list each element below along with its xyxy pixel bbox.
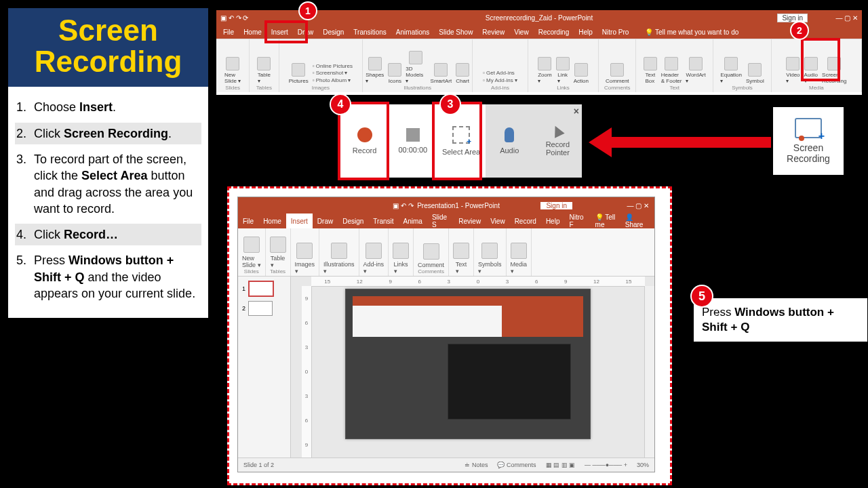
- ribbon-tab[interactable]: Help: [578, 28, 593, 36]
- mini-tab[interactable]: Transit: [368, 214, 398, 228]
- ribbon-item[interactable]: Video▾: [786, 53, 800, 84]
- ribbon-item[interactable]: Pictures: [289, 59, 309, 84]
- ribbon-item[interactable]: Header& Footer: [661, 53, 682, 84]
- mini-ribbon-tabs[interactable]: FileHomeInsertDrawDesignTransitAnimaSlid…: [238, 214, 654, 228]
- highlight-screen-recording: [801, 38, 840, 81]
- ribbon-tab[interactable]: Design: [323, 28, 344, 36]
- timer-value: 00:00:00: [398, 146, 427, 154]
- mini-tell-me[interactable]: 💡 Tell me: [591, 214, 625, 228]
- pointer-label: Record Pointer: [534, 140, 582, 157]
- ribbon-tab[interactable]: Transitions: [353, 28, 387, 36]
- mini-ribbon-group[interactable]: Images▾: [291, 228, 320, 276]
- tutorial-title: Screen Recording: [8, 8, 208, 87]
- ribbon-item[interactable]: TextBox: [644, 53, 657, 84]
- mini-ribbon: NewSlide ▾SlidesTable▾TablesImages▾Illus…: [238, 228, 654, 277]
- mini-ribbon-group[interactable]: Illustrations▾: [319, 228, 359, 276]
- mini-tab[interactable]: Anima: [399, 214, 427, 228]
- mini-canvas: 151296303691215 9630369: [291, 277, 654, 458]
- mini-tab[interactable]: Nitro F: [564, 214, 590, 228]
- window-controls[interactable]: — ▢ ✕: [835, 14, 858, 22]
- mini-sign-in[interactable]: Sign in: [540, 201, 573, 210]
- ribbon-group: NewSlide ▾Slides: [216, 39, 250, 92]
- mini-slide-counter: Slide 1 of 2: [243, 462, 274, 468]
- ribbon-group: Shapes▾Icons3DModels ▾SmartArtChartIllus…: [363, 39, 473, 92]
- ribbon-tab[interactable]: Recording: [538, 28, 570, 36]
- ribbon-group: Pictures▫ Online Pictures▫ Screenshot ▾▫…: [279, 39, 363, 92]
- ribbon-screenshot: ▣ ↶ ↷ ⟳ Screenrecording_Zaid - PowerPoin…: [214, 8, 864, 97]
- mini-powerpoint-window: ▣ ↶ ↷ Presentation1 - PowerPoint Sign in…: [237, 197, 655, 472]
- ribbon-item[interactable]: 3DModels ▾: [406, 47, 426, 84]
- ribbon-item[interactable]: SmartArt: [431, 59, 452, 84]
- mini-tab[interactable]: Help: [541, 214, 565, 228]
- ribbon-tab[interactable]: View: [514, 28, 529, 36]
- ribbon-group: ▫ Get Add-ins▫ My Add-ins ▾Add-ins: [473, 39, 528, 92]
- mini-ribbon-group[interactable]: Text▾: [449, 228, 474, 276]
- ribbon-item[interactable]: WordArt▾: [686, 53, 705, 84]
- ribbon-item[interactable]: Comment: [606, 59, 629, 84]
- mini-ribbon-group[interactable]: Symbols▾: [474, 228, 507, 276]
- mini-ribbon-group[interactable]: NewSlide ▾Slides: [238, 228, 266, 276]
- ribbon-item[interactable]: Table▾: [257, 53, 271, 84]
- mini-ruler-vertical: 9630369: [302, 286, 312, 458]
- mini-thumbnail[interactable]: 1: [242, 281, 286, 297]
- mini-thumbnail[interactable]: 2: [242, 301, 286, 316]
- audio-toggle[interactable]: Audio: [486, 104, 534, 178]
- pointer-icon: [551, 123, 565, 138]
- ribbon-item[interactable]: Chart: [456, 59, 469, 84]
- mini-comments-button[interactable]: 💬 Comments: [497, 462, 536, 468]
- mini-tab[interactable]: Draw: [313, 214, 338, 228]
- ribbon-item[interactable]: NewSlide ▾: [224, 53, 241, 84]
- ribbon-tab[interactable]: Home: [243, 28, 262, 36]
- mini-zoom-value: 30%: [637, 462, 649, 468]
- ribbon-item[interactable]: Shapes▾: [366, 53, 384, 84]
- mini-tab[interactable]: Slide S: [427, 214, 454, 228]
- step-item: 5.Press Windows button + Shift + Q and t…: [15, 249, 201, 304]
- stop-icon: [406, 128, 420, 142]
- sign-in-button[interactable]: Sign in: [777, 14, 808, 22]
- step5-pre: Press: [702, 306, 734, 319]
- ribbon-tab[interactable]: Slide Show: [439, 28, 473, 36]
- mini-titlebar: ▣ ↶ ↷ Presentation1 - PowerPoint Sign in…: [238, 197, 654, 214]
- mini-share-button[interactable]: 👤 Share: [625, 214, 654, 228]
- mini-tab[interactable]: View: [486, 214, 510, 228]
- mini-ribbon-group[interactable]: Media▾: [507, 228, 532, 276]
- mini-tab[interactable]: File: [238, 214, 258, 228]
- mini-scrollbar[interactable]: [644, 286, 654, 458]
- mini-tab[interactable]: Record: [510, 214, 541, 228]
- mini-ribbon-group[interactable]: Links▾: [389, 228, 414, 276]
- mini-tab[interactable]: Home: [258, 214, 286, 228]
- mini-tab[interactable]: Design: [338, 214, 368, 228]
- mini-tab[interactable]: Review: [454, 214, 486, 228]
- mini-tab[interactable]: Insert: [286, 214, 313, 228]
- ribbon-item[interactable]: Zoom▾: [538, 53, 551, 84]
- ribbon-item[interactable]: Equation▾: [720, 53, 742, 84]
- mini-ribbon-group[interactable]: Add-ins▾: [359, 228, 389, 276]
- ribbon-group: TextBoxHeader& FooterWordArt▾Text: [636, 39, 713, 92]
- ribbon-mini-items[interactable]: ▫ Online Pictures▫ Screenshot ▾▫ Photo A…: [313, 63, 353, 84]
- mini-slide-thumbnails[interactable]: 12: [238, 277, 291, 458]
- mini-window-title: Presentation1 - PowerPoint: [417, 202, 500, 209]
- mini-notes-button[interactable]: ≐ Notes: [465, 462, 488, 468]
- ribbon-item[interactable]: Link▾: [556, 53, 570, 84]
- ribbon-mini-items[interactable]: ▫ Get Add-ins▫ My Add-ins ▾: [483, 70, 517, 84]
- tell-me-box[interactable]: 💡 Tell me what you want to do: [645, 28, 738, 36]
- record-pointer-toggle[interactable]: Record Pointer ×: [534, 104, 582, 178]
- ribbon-tab[interactable]: File: [223, 28, 234, 36]
- ribbon-item[interactable]: Icons: [388, 59, 401, 84]
- mini-ribbon-group[interactable]: Table▾Tables: [266, 228, 291, 276]
- ribbon-item[interactable]: Action: [574, 59, 589, 84]
- marker-3: 3: [439, 94, 461, 115]
- mini-ruler-horizontal: 151296303691215: [311, 277, 645, 287]
- mini-ribbon-group[interactable]: CommentComments: [414, 228, 449, 276]
- mini-zoom-slider[interactable]: — ───●─── +: [585, 462, 627, 468]
- ribbon-tabs[interactable]: FileHomeInsertDrawDesignTransitionsAnima…: [216, 25, 862, 39]
- mini-view-buttons[interactable]: ▦ ▤ ▥ ▣: [546, 462, 576, 468]
- ribbon-tab[interactable]: Nitro Pro: [602, 28, 629, 36]
- ribbon-item[interactable]: Symbol: [746, 59, 764, 84]
- ribbon-tab[interactable]: Animations: [396, 28, 429, 36]
- ribbon-tab[interactable]: Review: [482, 28, 505, 36]
- screen-recording-button-large[interactable]: Screen Recording: [771, 105, 846, 177]
- close-toolbar[interactable]: ×: [574, 106, 579, 117]
- mini-window-controls[interactable]: — ▢ ✕: [627, 202, 649, 209]
- sr-label-1: Screen: [793, 142, 823, 153]
